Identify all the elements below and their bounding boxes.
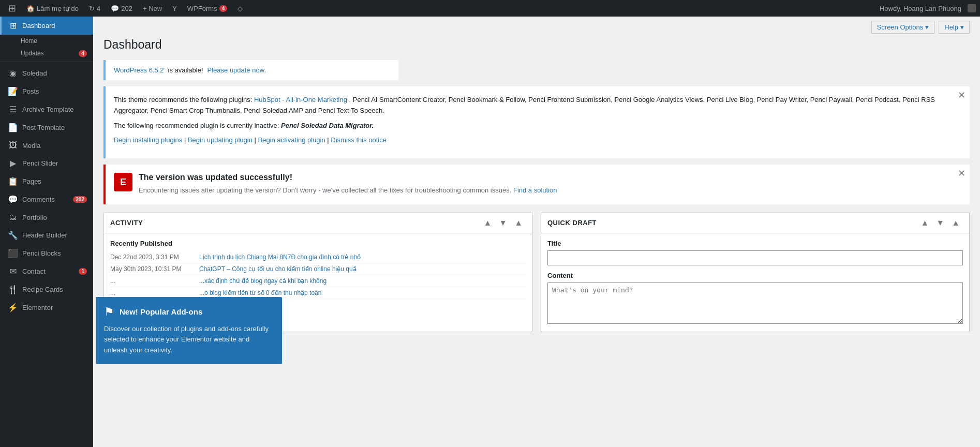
quick-draft-panel-body: Title Content xyxy=(541,233,969,332)
comments-icon: 💬 xyxy=(111,5,119,12)
activity-panel-body: Recently Published Dec 22nd 2023, 3:31 P… xyxy=(104,233,532,305)
update-now-link[interactable]: Please update now. xyxy=(207,66,266,74)
sidebar-item-archive-template[interactable]: ☰ Archive Template xyxy=(0,100,93,118)
sidebar: ⊞ Dashboard Home Updates 4 ◉ Soledad 📝 P… xyxy=(0,17,93,447)
elementor-notice-title: The version was updated successfully! xyxy=(139,173,961,182)
sidebar-item-soledad[interactable]: ◉ Soledad xyxy=(0,64,93,82)
activity-row: ... ...xác định chủ đề blog ngay cả khi … xyxy=(110,275,526,287)
sidebar-item-recipe-cards[interactable]: 🍴 Recipe Cards xyxy=(0,280,93,299)
chevron-down-icon: ▾ xyxy=(925,23,929,31)
quick-draft-title: QUICK DRAFT xyxy=(547,219,597,227)
title-label: Title xyxy=(547,240,963,247)
comments-sidebar-icon: 💬 xyxy=(8,195,18,204)
wpforms-link[interactable]: WPForms 4 xyxy=(183,0,231,17)
updates-link[interactable]: ↻ 4 xyxy=(85,0,105,17)
media-icon: 🖼 xyxy=(8,141,18,150)
help-button[interactable]: Help ▾ xyxy=(939,21,970,34)
elementor-notice: E The version was updated successfully! … xyxy=(103,165,970,204)
plugins-notice-text1: This theme recommends the following plug… xyxy=(114,95,961,116)
activity-panel-title: ACTIVITY xyxy=(110,219,143,227)
wp-version-link[interactable]: WordPress 6.5.2 xyxy=(114,66,164,74)
content-textarea[interactable] xyxy=(547,282,963,324)
screen-options-button[interactable]: Screen Options ▾ xyxy=(871,21,935,34)
diamond-link[interactable]: ◇ xyxy=(233,0,247,17)
plugins-notice-text2: The following recommended plugin is curr… xyxy=(114,121,961,131)
sidebar-item-home[interactable]: Home xyxy=(0,35,93,47)
activity-post-link-4[interactable]: ...o blog kiếm tiền từ số 0 đến thu nhập… xyxy=(199,289,321,296)
sidebar-item-elementor[interactable]: ⚡ Elementor xyxy=(0,299,93,317)
sidebar-item-header-builder[interactable]: 🔧 Header Builder xyxy=(0,226,93,244)
sidebar-item-pages[interactable]: 📋 Pages xyxy=(0,172,93,190)
howdy-text: Howdy, Hoang Lan Phuong xyxy=(875,5,966,12)
quick-draft-panel: QUICK DRAFT ▲ ▼ ▲ Title Content xyxy=(541,213,970,332)
qd-collapse-up[interactable]: ▲ xyxy=(917,217,932,229)
addon-popup-body: Discover our collection of plugins and a… xyxy=(104,324,274,356)
begin-installing-link[interactable]: Begin installing plugins xyxy=(114,136,182,144)
sidebar-item-portfolio[interactable]: 🗂 Portfolio xyxy=(0,208,93,226)
sidebar-item-dashboard[interactable]: ⊞ Dashboard xyxy=(0,17,93,35)
content-header: Screen Options ▾ Help ▾ xyxy=(93,17,980,38)
pages-icon: 📋 xyxy=(8,176,18,186)
portfolio-icon: 🗂 xyxy=(8,213,18,222)
sidebar-item-penci-slider[interactable]: ▶ Penci Slider xyxy=(0,154,93,172)
activity-row: May 30th 2023, 10:31 PM ChatGPT – Công c… xyxy=(110,263,526,275)
quick-draft-panel-header: QUICK DRAFT ▲ ▼ ▲ xyxy=(541,213,969,233)
flag-icon: ⚑ xyxy=(104,305,114,319)
activity-minimize[interactable]: ▲ xyxy=(511,217,526,229)
activity-post-link-1[interactable]: Lịch trình du lịch Chiang Mai 8N7Đ cho g… xyxy=(199,254,361,261)
plugins-notice-close[interactable]: ✕ xyxy=(958,91,966,100)
post-template-icon: 📄 xyxy=(8,123,18,132)
dismiss-notice-link[interactable]: Dismiss this notice xyxy=(331,136,387,144)
begin-updating-link[interactable]: Begin updating plugin xyxy=(188,136,253,144)
activity-post-link-2[interactable]: ChatGPT – Công cụ tối ưu cho kiếm tiền o… xyxy=(199,265,357,273)
contact-icon: ✉ xyxy=(8,266,18,276)
qd-collapse-down[interactable]: ▼ xyxy=(933,217,947,229)
avatar[interactable] xyxy=(968,4,976,12)
diamond-icon: ◇ xyxy=(237,5,243,12)
dashboard-icon: ⊞ xyxy=(8,21,18,31)
activity-collapse-up[interactable]: ▲ xyxy=(480,217,495,229)
qd-minimize[interactable]: ▲ xyxy=(948,217,963,229)
elementor-notice-content: The version was updated successfully! En… xyxy=(139,173,961,196)
main-content: Screen Options ▾ Help ▾ Dashboard WordPr… xyxy=(93,17,980,447)
blocks-icon: ⬛ xyxy=(8,248,18,258)
hubspot-link[interactable]: HubSpot - All-in-One Marketing xyxy=(254,96,347,103)
activity-row: Dec 22nd 2023, 3:31 PM Lịch trình du lịc… xyxy=(110,251,526,263)
chevron-down-icon-help: ▾ xyxy=(960,23,964,31)
plugins-notice: ✕ This theme recommends the following pl… xyxy=(103,86,970,158)
sidebar-item-posts[interactable]: 📝 Posts xyxy=(0,82,93,100)
find-solution-link[interactable]: Find a solution xyxy=(513,186,557,194)
elementor-notice-icon: E xyxy=(114,173,132,191)
new-content-link[interactable]: + New xyxy=(139,0,166,17)
plugins-notice-links: Begin installing plugins | Begin updatin… xyxy=(114,135,961,146)
comments-link[interactable]: 💬 202 xyxy=(107,0,137,17)
activity-collapse-down[interactable]: ▼ xyxy=(496,217,510,229)
recipe-icon: 🍴 xyxy=(8,285,18,294)
yoast-link[interactable]: Y xyxy=(168,0,181,17)
sidebar-item-comments[interactable]: 💬 Comments 202 xyxy=(0,190,93,208)
posts-icon: 📝 xyxy=(8,86,18,96)
activity-post-link-3[interactable]: ...xác định chủ đề blog ngay cả khi bạn … xyxy=(199,277,326,285)
sidebar-item-updates[interactable]: Updates 4 xyxy=(0,47,93,59)
sidebar-item-media[interactable]: 🖼 Media xyxy=(0,137,93,154)
site-name[interactable]: 🏠 Làm mẹ tự do xyxy=(22,0,83,17)
elementor-notice-close[interactable]: ✕ xyxy=(958,169,966,178)
yoast-icon: Y xyxy=(172,5,177,12)
wp-logo[interactable]: ⊞ xyxy=(4,0,20,17)
page-title: Dashboard xyxy=(103,38,970,52)
addon-popup-header: ⚑ New! Popular Add-ons xyxy=(104,305,274,319)
sidebar-item-penci-blocks[interactable]: ⬛ Penci Blocks xyxy=(0,244,93,262)
addon-popup-title: New! Popular Add-ons xyxy=(120,307,202,316)
wp-update-notice: WordPress 6.5.2 is available! Please upd… xyxy=(103,60,398,80)
quick-draft-controls: ▲ ▼ ▲ xyxy=(917,217,963,229)
sidebar-item-contact[interactable]: ✉ Contact 1 xyxy=(0,262,93,280)
activity-panel-header: ACTIVITY ▲ ▼ ▲ xyxy=(104,213,532,233)
content-label: Content xyxy=(547,272,963,279)
admin-bar: ⊞ 🏠 Làm mẹ tự do ↻ 4 💬 202 + New Y WPFor… xyxy=(0,0,980,17)
wp-icon: ⊞ xyxy=(8,3,16,14)
addon-popup[interactable]: ⚑ New! Popular Add-ons Discover our coll… xyxy=(96,297,282,364)
title-input[interactable] xyxy=(547,250,963,265)
updates-icon: ↻ xyxy=(89,5,95,12)
begin-activating-link[interactable]: Begin activating plugin xyxy=(258,136,325,144)
sidebar-item-post-template[interactable]: 📄 Post Template xyxy=(0,118,93,137)
